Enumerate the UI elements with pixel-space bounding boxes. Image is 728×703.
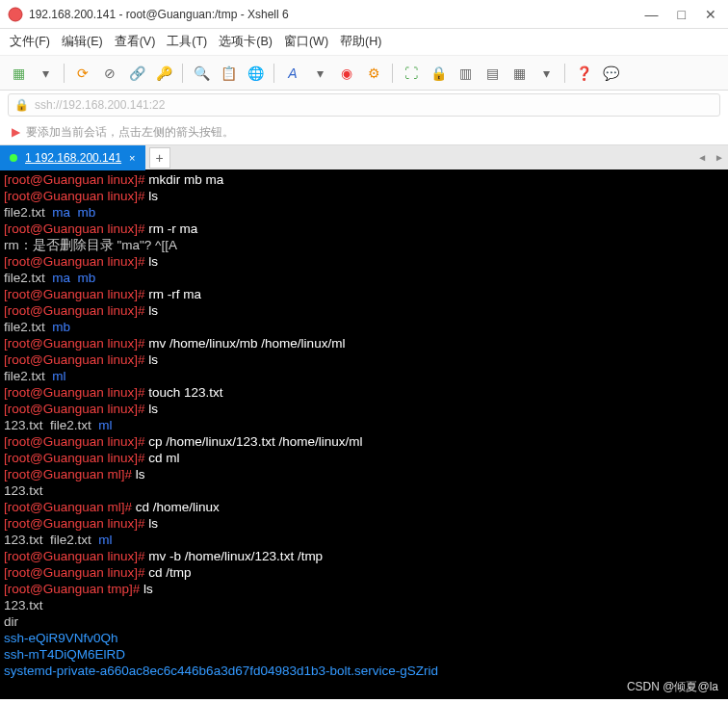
dropdown-icon[interactable]: ▾ [309, 63, 330, 84]
dropdown-icon[interactable]: ▾ [535, 63, 557, 84]
menu-tabs[interactable]: 选项卡(B) [219, 34, 273, 50]
help-icon[interactable]: ❓ [573, 63, 594, 84]
app-icon [8, 7, 23, 22]
title-bar: 192.168.200.141 - root@Guanguan:/tmp - X… [0, 0, 728, 29]
hint-bar: ▶ 要添加当前会话，点击左侧的箭头按钮。 [0, 119, 728, 144]
address-url: ssh://192.168.200.141:22 [35, 98, 165, 112]
tab-bar: 1 192.168.200.141 × + ◄ ► [0, 144, 728, 169]
terminal[interactable]: [root@Guanguan linux]# mkdir mb ma [root… [0, 169, 728, 699]
feedback-icon[interactable]: 💬 [600, 63, 621, 84]
reconnect-icon[interactable]: ⟳ [72, 63, 93, 84]
tab-nav-left-icon[interactable]: ◄ [697, 152, 707, 163]
cascade-icon[interactable]: ▤ [481, 63, 503, 84]
gear-icon[interactable]: ⚙ [363, 63, 384, 84]
copy-icon[interactable]: 📋 [218, 63, 239, 84]
menu-window[interactable]: 窗口(W) [284, 34, 328, 50]
color-icon[interactable]: ◉ [336, 63, 357, 84]
globe-icon[interactable]: 🌐 [245, 63, 266, 84]
address-bar: 🔒 ssh://192.168.200.141:22 [0, 91, 728, 119]
separator [392, 64, 393, 83]
dropdown-icon[interactable]: ▾ [35, 63, 56, 84]
separator [564, 64, 565, 83]
address-input[interactable]: 🔒 ssh://192.168.200.141:22 [8, 93, 720, 117]
window-title: 192.168.200.141 - root@Guanguan:/tmp - X… [29, 8, 645, 21]
lock-icon[interactable]: 🔒 [428, 63, 449, 84]
status-dot-icon [10, 154, 17, 162]
toolbar: ▦ ▾ ⟳ ⊘ 🔗 🔑 🔍 📋 🌐 A ▾ ◉ ⚙ ⛶ 🔒 ▥ ▤ ▦ ▾ ❓ … [0, 56, 728, 91]
font-icon[interactable]: A [282, 63, 303, 84]
session-tab[interactable]: 1 192.168.200.141 × [0, 145, 145, 170]
close-tab-icon[interactable]: × [129, 152, 135, 164]
new-session-icon[interactable]: ▦ [8, 63, 29, 84]
close-button[interactable]: ✕ [705, 7, 716, 22]
fullscreen-icon[interactable]: ⛶ [401, 63, 422, 84]
tab-nav-right-icon[interactable]: ► [715, 152, 724, 163]
key-icon[interactable]: 🔑 [153, 63, 174, 84]
grid-icon[interactable]: ▦ [508, 63, 530, 84]
menu-view[interactable]: 查看(V) [115, 34, 156, 50]
menu-bar: 文件(F) 编辑(E) 查看(V) 工具(T) 选项卡(B) 窗口(W) 帮助(… [0, 29, 728, 56]
lock-icon: 🔒 [14, 98, 29, 112]
tile-icon[interactable]: ▥ [455, 63, 476, 84]
maximize-button[interactable]: □ [678, 7, 686, 22]
new-tab-button[interactable]: + [149, 147, 170, 169]
menu-file[interactable]: 文件(F) [10, 34, 50, 50]
search-icon[interactable]: 🔍 [191, 63, 212, 84]
hint-text: 要添加当前会话，点击左侧的箭头按钮。 [26, 124, 234, 141]
link-icon[interactable]: 🔗 [126, 63, 147, 84]
separator [273, 64, 274, 83]
disconnect-icon[interactable]: ⊘ [99, 63, 120, 84]
menu-edit[interactable]: 编辑(E) [62, 34, 103, 50]
flag-icon: ▶ [12, 125, 20, 139]
svg-point-0 [9, 8, 22, 21]
separator [64, 64, 65, 83]
tab-label: 1 192.168.200.141 [25, 151, 121, 165]
menu-tools[interactable]: 工具(T) [167, 34, 207, 50]
menu-help[interactable]: 帮助(H) [340, 34, 381, 50]
minimize-button[interactable]: — [645, 7, 659, 22]
separator [182, 64, 183, 83]
